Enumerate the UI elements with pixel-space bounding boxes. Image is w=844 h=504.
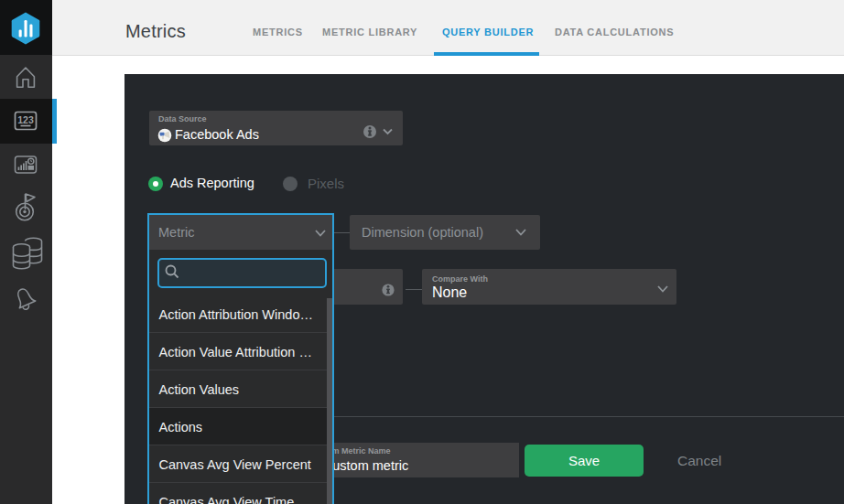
svg-text:123: 123 xyxy=(17,114,34,125)
